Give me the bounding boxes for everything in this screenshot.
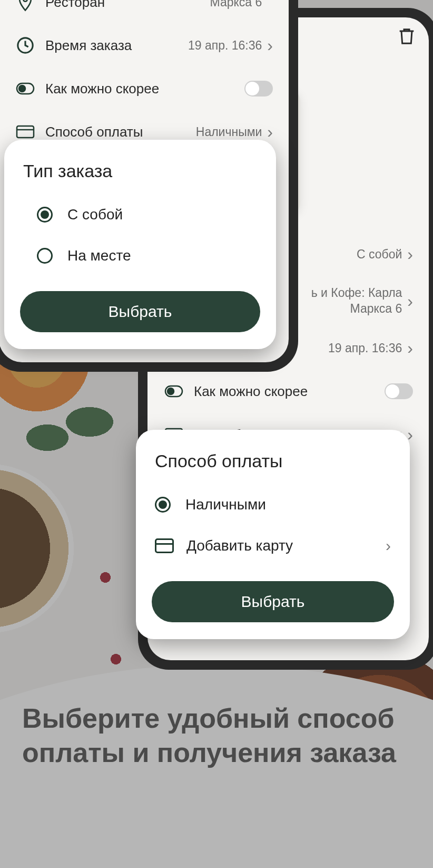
pin-icon	[15, 0, 36, 13]
payment-label: Способ оплаты	[45, 124, 196, 140]
radio-unselected-icon	[37, 248, 53, 264]
radio-selected-icon	[37, 207, 53, 223]
order-type-select-button[interactable]: Выбрать	[20, 291, 260, 332]
order-type-value: С собой	[357, 247, 402, 262]
order-type-sheet-title: Тип заказа	[4, 161, 276, 194]
order-type-dinein-label: На месте	[67, 247, 257, 264]
chevron-right-icon: ›	[267, 122, 273, 142]
payment-option-cash-label: Наличными	[185, 496, 391, 513]
card-icon	[15, 121, 36, 142]
asap-label: Как можно скорее	[194, 383, 385, 400]
card-icon	[155, 538, 174, 553]
payment-sheet-title: Способ оплаты	[136, 451, 410, 484]
chevron-right-icon: ›	[267, 36, 273, 55]
restaurant-label: Ресторан	[45, 0, 210, 11]
chevron-right-icon: ›	[407, 292, 413, 311]
toggle-icon	[163, 381, 184, 402]
payment-value: Наличными	[196, 125, 262, 139]
radio-selected-icon	[155, 497, 171, 513]
payment-option-add-card-label: Добавить карту	[186, 537, 386, 554]
time-value: 19 апр. 16:36	[188, 38, 262, 53]
svg-point-7	[19, 85, 25, 92]
order-type-takeaway-label: С собой	[67, 206, 257, 223]
svg-point-4	[23, 0, 27, 2]
order-type-option-dinein[interactable]: На месте	[4, 235, 276, 276]
row-restaurant[interactable]: Ресторан Маркса 6 ›	[0, 0, 289, 24]
order-type-option-takeaway[interactable]: С собой	[4, 194, 276, 235]
restaurant-value-line1: ь и Кофе: Карла	[311, 286, 402, 300]
payment-option-add-card[interactable]: Добавить карту ›	[136, 525, 410, 566]
chevron-right-icon: ›	[407, 339, 413, 358]
restaurant-value-line2: Маркса 6	[350, 302, 402, 315]
payment-option-cash[interactable]: Наличными	[136, 484, 410, 525]
payment-sheet: Способ оплаты Наличными Добавить карту ›…	[136, 430, 410, 639]
payment-select-button[interactable]: Выбрать	[152, 581, 394, 622]
svg-rect-8	[17, 126, 34, 138]
chevron-right-icon: ›	[407, 245, 413, 264]
chevron-right-icon: ›	[386, 537, 391, 555]
svg-point-1	[168, 388, 174, 394]
restaurant-value: Маркса 6	[210, 0, 262, 9]
asap-toggle[interactable]	[385, 383, 413, 399]
row-time[interactable]: Время заказа 19 апр. 16:36 ›	[0, 24, 289, 67]
time-value: 19 апр. 16:36	[328, 341, 402, 355]
trash-icon	[396, 25, 417, 48]
row-asap[interactable]: Как можно скорее	[0, 67, 289, 110]
marketing-headline: Выберите удобный способ оплаты и получен…	[22, 701, 411, 770]
clock-icon	[15, 35, 36, 56]
toggle-icon	[15, 78, 36, 99]
asap-toggle[interactable]	[244, 81, 273, 97]
trash-button[interactable]	[396, 25, 417, 48]
asap-label: Как можно скорее	[45, 81, 244, 97]
row-asap[interactable]: Как можно скорее	[147, 370, 429, 413]
time-label: Время заказа	[45, 37, 188, 54]
order-type-sheet: Тип заказа С собой На месте Выбрать	[4, 140, 276, 349]
